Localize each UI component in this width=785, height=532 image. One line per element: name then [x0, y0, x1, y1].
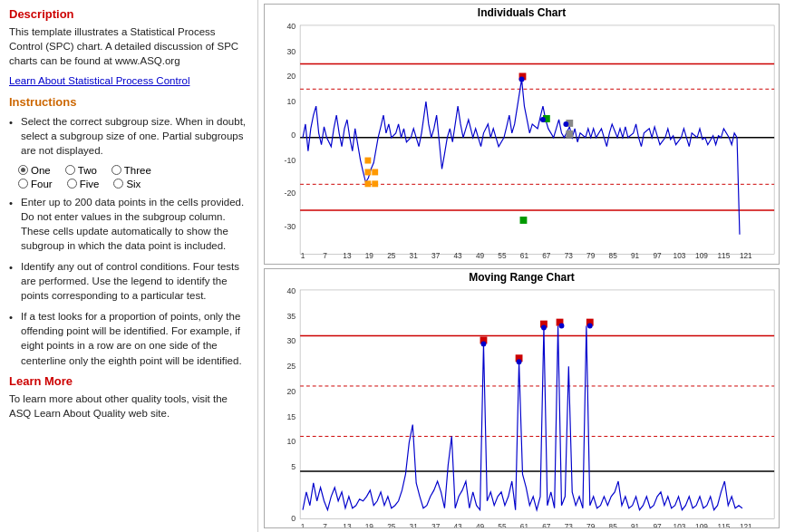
learn-more-text: To learn more about other quality tools,… — [9, 392, 248, 421]
svg-text:13: 13 — [343, 522, 352, 527]
radio-six[interactable]: Six — [113, 179, 141, 189]
svg-text:0: 0 — [291, 513, 296, 522]
svg-rect-35 — [364, 158, 371, 164]
svg-text:-10: -10 — [285, 155, 296, 164]
radio-two[interactable]: Two — [65, 165, 97, 176]
radio-label-three: Three — [124, 165, 151, 176]
radio-one[interactable]: One — [18, 165, 51, 176]
radio-row-1: One Two Three — [18, 165, 248, 176]
radio-five[interactable]: Five — [67, 179, 100, 189]
radio-circle-three — [111, 165, 121, 175]
svg-text:43: 43 — [453, 251, 462, 260]
left-panel: Description This template illustrates a … — [0, 0, 258, 532]
bullet-dot-3: • — [9, 260, 16, 303]
svg-text:-30: -30 — [285, 222, 296, 231]
svg-text:97: 97 — [653, 522, 662, 527]
svg-text:10: 10 — [286, 437, 296, 446]
description-text: This template illustrates a Statistical … — [9, 24, 248, 68]
svg-text:30: 30 — [286, 336, 296, 345]
svg-rect-37 — [364, 180, 371, 187]
svg-rect-48 — [300, 289, 774, 518]
svg-point-91 — [559, 323, 565, 328]
svg-point-46 — [540, 117, 546, 122]
svg-text:31: 31 — [410, 251, 419, 260]
svg-text:115: 115 — [717, 522, 730, 527]
svg-text:10: 10 — [286, 97, 296, 106]
svg-rect-44 — [566, 131, 573, 138]
description-title: Description — [9, 7, 248, 21]
radio-circle-one — [18, 165, 28, 175]
radio-label-one: One — [31, 165, 51, 176]
svg-point-88 — [481, 341, 487, 346]
svg-text:0: 0 — [291, 131, 296, 140]
bullet-dot-1: • — [9, 115, 16, 158]
svg-text:85: 85 — [609, 251, 618, 260]
svg-rect-39 — [372, 180, 378, 187]
svg-text:73: 73 — [565, 522, 574, 527]
svg-text:91: 91 — [631, 522, 640, 527]
svg-text:7: 7 — [323, 522, 327, 527]
svg-text:61: 61 — [520, 522, 529, 527]
svg-text:37: 37 — [431, 522, 441, 527]
svg-text:97: 97 — [653, 251, 662, 260]
svg-text:109: 109 — [695, 522, 708, 527]
svg-text:19: 19 — [365, 522, 374, 527]
radio-row-2: Four Five Six — [18, 179, 248, 189]
svg-text:43: 43 — [453, 522, 462, 527]
svg-text:67: 67 — [542, 522, 551, 527]
radio-label-two: Two — [78, 165, 97, 176]
moving-range-chart-svg: 40 35 30 25 20 15 10 5 0 1 7 13 19 25 31… — [265, 285, 779, 528]
svg-text:121: 121 — [740, 522, 752, 527]
svg-text:1: 1 — [301, 522, 305, 527]
svg-text:-20: -20 — [285, 189, 296, 198]
svg-text:35: 35 — [286, 311, 296, 320]
svg-point-89 — [517, 359, 522, 364]
svg-text:115: 115 — [717, 251, 730, 260]
svg-rect-0 — [300, 25, 774, 255]
svg-point-90 — [541, 324, 547, 330]
svg-text:31: 31 — [410, 522, 419, 527]
spc-link[interactable]: Learn About Statistical Process Control — [9, 75, 248, 86]
bullet-text-4: If a test looks for a proportion of poin… — [21, 309, 248, 367]
svg-text:85: 85 — [609, 522, 618, 527]
svg-text:19: 19 — [365, 251, 374, 260]
bullet-3: • Identify any out of control conditions… — [9, 259, 248, 303]
svg-text:61: 61 — [520, 251, 529, 260]
radio-label-five: Five — [80, 179, 100, 189]
svg-text:40: 40 — [286, 285, 296, 295]
instructions-title: Instructions — [9, 95, 248, 109]
svg-text:67: 67 — [542, 251, 551, 260]
svg-text:103: 103 — [674, 251, 686, 260]
right-panel: Individuals Chart 40 30 20 10 0 -10 -20 … — [258, 0, 785, 532]
bullet-text-1: Select the correct subgroup size. When i… — [21, 114, 248, 158]
svg-text:73: 73 — [565, 251, 574, 260]
svg-text:25: 25 — [387, 251, 396, 260]
svg-rect-38 — [372, 169, 378, 175]
radio-circle-four — [18, 179, 28, 189]
radio-circle-five — [67, 179, 77, 189]
svg-point-47 — [563, 121, 568, 127]
svg-text:5: 5 — [291, 462, 296, 471]
individuals-chart-container: Individuals Chart 40 30 20 10 0 -10 -20 … — [264, 4, 780, 265]
svg-rect-42 — [520, 217, 528, 224]
individuals-chart-title: Individuals Chart — [265, 5, 779, 21]
radio-three[interactable]: Three — [111, 165, 151, 176]
svg-text:49: 49 — [476, 522, 485, 527]
bullet-dot-2: • — [9, 196, 16, 253]
svg-text:40: 40 — [286, 22, 296, 31]
svg-text:55: 55 — [498, 522, 507, 527]
svg-text:25: 25 — [286, 362, 296, 371]
individuals-chart-svg: 40 30 20 10 0 -10 -20 -30 1 7 13 19 25 3… — [265, 21, 779, 264]
svg-text:13: 13 — [343, 251, 352, 260]
svg-text:55: 55 — [498, 251, 507, 260]
radio-four[interactable]: Four — [18, 179, 53, 189]
svg-text:79: 79 — [586, 251, 596, 260]
bullet-text-3: Identify any out of control conditions. … — [21, 259, 248, 303]
radio-label-four: Four — [31, 179, 53, 189]
bullet-1: • Select the correct subgroup size. When… — [9, 114, 248, 158]
radio-label-six: Six — [126, 179, 141, 189]
bullet-text-2: Enter up to 200 data points in the cells… — [21, 195, 248, 253]
subgroup-radio-group: One Two Three Four Five Six — [18, 165, 248, 189]
svg-text:91: 91 — [631, 251, 640, 260]
moving-range-chart-container: Moving Range Chart 40 35 30 25 20 15 10 … — [264, 268, 780, 529]
